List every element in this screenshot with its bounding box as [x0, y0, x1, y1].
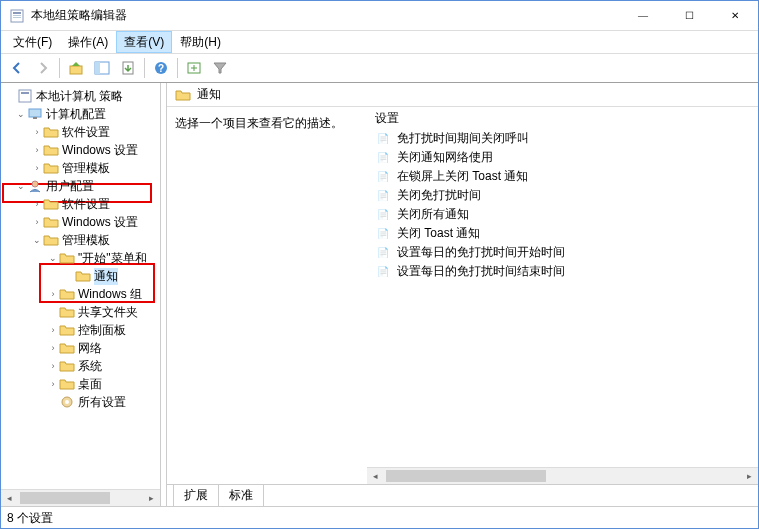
chevron-right-icon[interactable]: › [31, 163, 43, 173]
chevron-right-icon[interactable]: › [47, 361, 59, 371]
scroll-thumb[interactable] [20, 492, 110, 504]
status-bar: 8 个设置 [1, 506, 758, 528]
chevron-down-icon[interactable]: ⌄ [31, 235, 43, 245]
tree-cc-windows[interactable]: ›Windows 设置 [1, 141, 160, 159]
list-label: 关闭免打扰时间 [397, 187, 481, 204]
chevron-down-icon[interactable]: ⌄ [15, 109, 27, 119]
tab-extended[interactable]: 扩展 [173, 485, 219, 506]
titlebar: 本地组策略编辑器 — ☐ ✕ [1, 1, 758, 31]
tree-pane[interactable]: 本地计算机 策略 ⌄ 计算机配置 ›软件设置 ›Windows 设置 ›管理模板… [1, 83, 161, 506]
menu-view[interactable]: 查看(V) [116, 31, 172, 53]
svg-rect-3 [13, 17, 21, 18]
minimize-button[interactable]: — [620, 1, 666, 31]
back-button[interactable] [5, 56, 29, 80]
tree-shared-folders[interactable]: 共享文件夹 [1, 303, 160, 321]
tree-system[interactable]: ›系统 [1, 357, 160, 375]
scroll-track[interactable] [18, 490, 143, 506]
list-item[interactable]: 📄关闭 Toast 通知 [367, 224, 758, 243]
up-button[interactable] [64, 56, 88, 80]
column-header-settings[interactable]: 设置 [367, 107, 758, 129]
user-icon [27, 179, 43, 193]
scroll-left-icon[interactable]: ◂ [367, 468, 384, 484]
tree-cc-templates[interactable]: ›管理模板 [1, 159, 160, 177]
list-item[interactable]: 📄设置每日的免打扰时间开始时间 [367, 243, 758, 262]
action-button[interactable] [182, 56, 206, 80]
chevron-down-icon[interactable]: ⌄ [15, 181, 27, 191]
list-item[interactable]: 📄关闭免打扰时间 [367, 186, 758, 205]
toolbar-sep [59, 58, 60, 78]
forward-button[interactable] [31, 56, 55, 80]
svg-rect-1 [13, 12, 21, 14]
window-title: 本地组策略编辑器 [31, 7, 620, 24]
chevron-right-icon[interactable]: › [47, 379, 59, 389]
tree-network[interactable]: ›网络 [1, 339, 160, 357]
tree-label: Windows 设置 [62, 214, 138, 231]
menu-help[interactable]: 帮助(H) [172, 31, 229, 53]
svg-rect-13 [29, 109, 41, 117]
tree-notifications[interactable]: 通知 [1, 267, 160, 285]
chevron-down-icon[interactable]: ⌄ [47, 253, 59, 263]
chevron-right-icon[interactable]: › [31, 127, 43, 137]
list-label: 设置每日的免打扰时间结束时间 [397, 263, 565, 280]
svg-point-17 [65, 400, 69, 404]
tree-uc-windows[interactable]: ›Windows 设置 [1, 213, 160, 231]
folder-icon [43, 197, 59, 211]
main-area: 本地计算机 策略 ⌄ 计算机配置 ›软件设置 ›Windows 设置 ›管理模板… [1, 83, 758, 506]
list-item[interactable]: 📄免打扰时间期间关闭呼叫 [367, 129, 758, 148]
policy-item-icon: 📄 [375, 133, 391, 144]
content-title: 通知 [197, 86, 221, 103]
menu-file[interactable]: 文件(F) [5, 31, 60, 53]
folder-icon [43, 233, 59, 247]
gpedit-window: 本地组策略编辑器 — ☐ ✕ 文件(F) 操作(A) 查看(V) 帮助(H) ? [0, 0, 759, 529]
tree-cc-software[interactable]: ›软件设置 [1, 123, 160, 141]
tree-computer-config[interactable]: ⌄ 计算机配置 [1, 105, 160, 123]
description-hint: 选择一个项目来查看它的描述。 [175, 116, 343, 130]
chevron-right-icon[interactable]: › [31, 217, 43, 227]
settings-list: 📄免打扰时间期间关闭呼叫 📄关闭通知网络使用 📄在锁屏上关闭 Toast 通知 … [367, 129, 758, 467]
maximize-button[interactable]: ☐ [666, 1, 712, 31]
tree-desktop[interactable]: ›桌面 [1, 375, 160, 393]
policy-item-icon: 📄 [375, 209, 391, 220]
tree-label: 通知 [94, 268, 118, 285]
help-button[interactable]: ? [149, 56, 173, 80]
tree-root[interactable]: 本地计算机 策略 [1, 87, 160, 105]
tree-uc-software[interactable]: ›软件设置 [1, 195, 160, 213]
list-item[interactable]: 📄关闭所有通知 [367, 205, 758, 224]
scroll-right-icon[interactable]: ▸ [741, 468, 758, 484]
chevron-right-icon[interactable]: › [47, 325, 59, 335]
scroll-thumb[interactable] [386, 470, 546, 482]
list-item[interactable]: 📄设置每日的免打扰时间结束时间 [367, 262, 758, 281]
policy-item-icon: 📄 [375, 171, 391, 182]
description-pane: 选择一个项目来查看它的描述。 [167, 107, 367, 484]
tree-uc-templates[interactable]: ⌄管理模板 [1, 231, 160, 249]
tree-hscrollbar[interactable]: ◂ ▸ [1, 489, 160, 506]
list-item[interactable]: 📄关闭通知网络使用 [367, 148, 758, 167]
tree-user-config[interactable]: ⌄ 用户配置 [1, 177, 160, 195]
list-hscrollbar[interactable]: ◂ ▸ [367, 467, 758, 484]
scroll-left-icon[interactable]: ◂ [1, 490, 18, 506]
svg-text:?: ? [158, 63, 164, 74]
chevron-right-icon[interactable]: › [31, 145, 43, 155]
list-item[interactable]: 📄在锁屏上关闭 Toast 通知 [367, 167, 758, 186]
show-hide-tree-button[interactable] [90, 56, 114, 80]
tree-all-settings[interactable]: 所有设置 [1, 393, 160, 411]
tab-standard[interactable]: 标准 [218, 485, 264, 506]
policy-item-icon: 📄 [375, 190, 391, 201]
filter-button[interactable] [208, 56, 232, 80]
scroll-track[interactable] [384, 468, 741, 484]
chevron-right-icon[interactable]: › [31, 199, 43, 209]
svg-rect-11 [19, 90, 31, 102]
close-button[interactable]: ✕ [712, 1, 758, 31]
policy-item-icon: 📄 [375, 152, 391, 163]
export-list-button[interactable] [116, 56, 140, 80]
list-label: 关闭所有通知 [397, 206, 469, 223]
tree-start-menu[interactable]: ⌄"开始"菜单和 [1, 249, 160, 267]
tree-control-panel[interactable]: ›控制面板 [1, 321, 160, 339]
chevron-right-icon[interactable]: › [47, 343, 59, 353]
chevron-right-icon[interactable]: › [47, 289, 59, 299]
tree-windows-components[interactable]: ›Windows 组 [1, 285, 160, 303]
folder-icon [59, 377, 75, 391]
menu-action[interactable]: 操作(A) [60, 31, 116, 53]
tree-label: 用户配置 [46, 178, 94, 195]
scroll-right-icon[interactable]: ▸ [143, 490, 160, 506]
